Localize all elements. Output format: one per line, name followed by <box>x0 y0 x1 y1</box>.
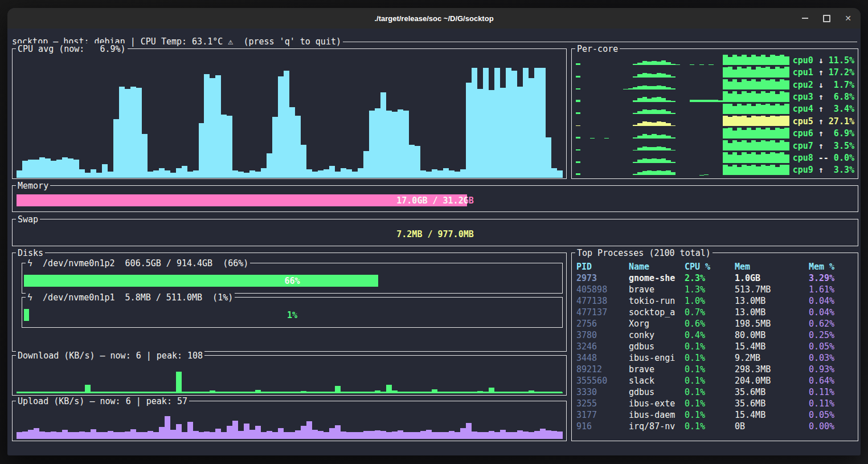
upload-panel: Upload (KB/s) — now: 6 | peak: 57 <box>12 401 567 441</box>
memory-panel: Memory 17.0GB / 31.2GB17.0GB / 31.2GB <box>12 185 858 212</box>
core-label: cpu6 ↑ 6.9% <box>789 127 854 139</box>
processes-panel: Top Processes (2100 total) PIDNameCPU %M… <box>571 253 858 441</box>
trend-up-icon: ↑ <box>818 128 824 139</box>
app-header: socktop — host: debian | CPU Temp: 63.1°… <box>12 36 857 47</box>
core-label: cpu5 ↑ 27.1% <box>789 115 854 127</box>
percore-rows: cpu0 ↓ 11.5%cpu1 ↑ 17.2%cpu2 ↓ 1.7%cpu3 … <box>576 54 854 176</box>
processes-title: Top Processes (2100 total) <box>575 247 713 259</box>
memory-title: Memory <box>16 180 50 192</box>
close-button[interactable]: ✕ <box>844 14 853 23</box>
core-sparkline <box>576 140 789 152</box>
process-row: 916irq/87-nv0.1%0B0.00% <box>576 421 854 432</box>
disks-panel: Disks ϟ /dev/nvme0n1p2 606.5GB / 914.4GB… <box>12 253 567 352</box>
core-sparkline <box>576 127 789 139</box>
download-panel: Download (KB/s) — now: 6 | peak: 108 <box>12 355 567 396</box>
swap-panel: Swap 7.2MB / 977.0MB <box>12 219 858 246</box>
window-title: ./target/release/soc ~/D/G/socktop <box>374 14 493 23</box>
core-row-cpu5: cpu5 ↑ 27.1% <box>576 115 854 127</box>
core-row-cpu6: cpu6 ↑ 6.9% <box>576 127 854 139</box>
process-row: 3255ibus-exte0.1%35.6MB0.11% <box>576 398 854 409</box>
trend-up-icon: ↑ <box>818 164 824 176</box>
disk-icon: ϟ <box>27 292 32 303</box>
disk-panel-nvme0n1p1: ϟ /dev/nvme0n1p1 5.8MB / 511.0MB (1%) 1%… <box>22 297 563 328</box>
core-sparkline <box>576 66 789 78</box>
process-row: 3448ibus-engi0.1%9.2MB0.03% <box>576 352 854 364</box>
window-controls: ✕ <box>800 8 853 29</box>
percore-title: Per-core <box>575 43 620 55</box>
close-icon: ✕ <box>845 14 851 22</box>
download-baseline <box>17 392 562 393</box>
terminal-content: socktop — host: debian | CPU Temp: 63.1°… <box>7 29 861 455</box>
cpu-avg-title: CPU avg (now: 6.9%) <box>16 43 128 55</box>
core-sparkline <box>576 79 789 91</box>
core-row-cpu7: cpu7 ↑ 3.5% <box>576 140 854 152</box>
download-chart <box>17 363 563 393</box>
disk2-gauge: 1%1% <box>24 309 560 321</box>
header-rule <box>343 42 857 42</box>
disk-icon: ϟ <box>27 258 32 268</box>
minimize-icon <box>802 18 808 19</box>
core-row-cpu4: cpu4 ↑ 3.4% <box>576 103 854 115</box>
maximize-icon <box>823 15 830 22</box>
percore-panel: Per-core cpu0 ↓ 11.5%cpu1 ↑ 17.2%cpu2 ↓ … <box>571 48 858 179</box>
minimize-button[interactable] <box>800 14 809 23</box>
core-label: cpu9 ↑ 3.3% <box>789 164 854 176</box>
disk2-title-text: /dev/nvme0n1p1 5.8MB / 511.0MB (1%) <box>43 292 233 303</box>
process-row: 477137socktop_a0.7%13.0MB0.04% <box>576 307 854 318</box>
disks-title: Disks <box>16 247 45 259</box>
core-row-cpu9: cpu9 ↑ 3.3% <box>576 164 854 176</box>
core-label: cpu3 ↑ 6.8% <box>789 91 854 103</box>
core-label: cpu0 ↓ 11.5% <box>789 54 854 66</box>
maximize-button[interactable] <box>822 14 831 23</box>
trend-down-icon: ↓ <box>818 55 824 66</box>
core-sparkline <box>576 152 789 164</box>
trend-up-icon: ↑ <box>818 103 824 115</box>
disk2-title: ϟ /dev/nvme0n1p1 5.8MB / 511.0MB (1%) <box>26 292 235 303</box>
process-row: 3780conky0.4%80.0MB0.25% <box>576 329 854 341</box>
core-sparkline <box>576 164 789 176</box>
core-sparkline <box>576 91 789 103</box>
disk-panel-nvme0n1p2: ϟ /dev/nvme0n1p2 606.5GB / 914.4GB (66%)… <box>22 263 563 294</box>
header-text-right: (press 'q' to quit) <box>233 36 341 47</box>
process-row: 3330gdbus0.1%35.6MB0.11% <box>576 386 854 398</box>
trend-down-icon: ↓ <box>818 79 824 91</box>
core-sparkline <box>576 103 789 115</box>
core-row-cpu3: cpu3 ↑ 6.8% <box>576 91 854 103</box>
cpu-avg-chart <box>17 56 563 178</box>
core-label: cpu2 ↓ 1.7% <box>789 79 854 91</box>
trend-up-icon: ↑ <box>818 140 824 152</box>
process-table-header: PIDNameCPU %MemMem % <box>576 261 854 272</box>
trend-up-icon: ↑ <box>818 67 824 78</box>
trend-flat-icon: -- <box>818 152 829 164</box>
download-title: Download (KB/s) — now: 6 | peak: 108 <box>16 350 204 361</box>
core-sparkline <box>576 54 789 66</box>
core-label: cpu1 ↑ 17.2% <box>789 66 854 78</box>
core-row-cpu8: cpu8 -- 0.0% <box>576 152 854 164</box>
window-titlebar[interactable]: ./target/release/soc ~/D/G/socktop ✕ <box>7 8 861 29</box>
terminal-window: ./target/release/soc ~/D/G/socktop ✕ soc… <box>7 8 861 455</box>
core-row-cpu2: cpu2 ↓ 1.7% <box>576 79 854 91</box>
cpu-avg-panel: CPU avg (now: 6.9%) <box>12 48 567 179</box>
desktop: ./target/release/soc ~/D/G/socktop ✕ soc… <box>0 0 868 464</box>
process-row: 355560slack0.1%204.0MB0.64% <box>576 375 854 386</box>
process-row: 3177ibus-daem0.1%15.4MB0.05% <box>576 409 854 421</box>
disk1-title-text: /dev/nvme0n1p2 606.5GB / 914.4GB (66%) <box>43 258 248 268</box>
core-label: cpu8 -- 0.0% <box>789 152 854 164</box>
process-row: 2973gnome-she2.3%1.0GB3.29% <box>576 272 854 284</box>
upload-chart <box>17 408 563 439</box>
process-row: 405898brave1.3%513.7MB1.61% <box>576 284 854 295</box>
process-row: 2756Xorg0.6%198.5MB0.62% <box>576 318 854 329</box>
trend-up-icon: ↑ <box>818 91 824 103</box>
trend-up-icon: ↑ <box>818 116 824 127</box>
core-row-cpu1: cpu1 ↑ 17.2% <box>576 66 854 78</box>
core-label: cpu4 ↑ 3.4% <box>789 103 854 115</box>
process-row: 3246gdbus0.1%15.4MB0.05% <box>576 341 854 352</box>
upload-title: Upload (KB/s) — now: 6 | peak: 57 <box>16 396 189 407</box>
core-row-cpu0: cpu0 ↓ 11.5% <box>576 54 854 66</box>
core-sparkline <box>576 115 789 127</box>
core-label: cpu7 ↑ 3.5% <box>789 140 854 152</box>
swap-gauge: 7.2MB / 977.0MB <box>17 228 854 240</box>
disk1-gauge: 66%66% <box>24 275 560 287</box>
swap-title: Swap <box>16 214 40 225</box>
disk1-title: ϟ /dev/nvme0n1p2 606.5GB / 914.4GB (66%) <box>26 258 250 269</box>
